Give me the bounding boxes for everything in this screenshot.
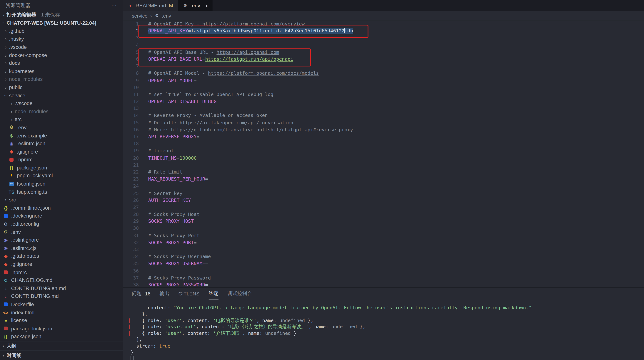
tree-file-Dockerfile[interactable]: Dockerfile (0, 301, 123, 308)
tree-file-package.json[interactable]: {}package.json (0, 333, 123, 341)
breadcrumb-folder[interactable]: service (132, 13, 148, 19)
tree-folder-.vscode[interactable]: ›.vscode (0, 99, 123, 107)
tree-file-.env[interactable]: ⚙.env (0, 228, 123, 236)
code-line-35[interactable]: 35SOCKS_PROXY_USERNAME= (123, 260, 644, 267)
code-line-27[interactable]: 27 (123, 204, 644, 211)
outline-section[interactable]: › 大纲 (0, 341, 123, 350)
open-editors-section[interactable]: › 打开的编辑器 1 未保存 (0, 11, 123, 19)
tree-folder-node_modules[interactable]: ›node_modules (0, 107, 123, 115)
tree-folder-docs[interactable]: ›docs (0, 59, 123, 67)
gear-icon: ⚙ (8, 125, 15, 130)
tree-folder-src[interactable]: ›src (0, 196, 123, 204)
code-line-31[interactable]: 31# Socks Proxy Port (123, 232, 644, 239)
code-line-24[interactable]: 24 (123, 183, 644, 190)
code-line-20[interactable]: 20TIMEOUT_MS=100000 (123, 154, 644, 161)
tree-file-CONTRIBUTING.md[interactable]: ↓CONTRIBUTING.md (0, 293, 123, 301)
tree-file-CHANGELOG.md[interactable]: ↻CHANGELOG.md (0, 276, 123, 284)
code-line-36[interactable]: 36 (123, 267, 644, 274)
code-line-15[interactable]: 15# Default: https://ai.fakeopen.com/api… (123, 119, 644, 126)
tree-folder-docker-compose[interactable]: ›docker-compose (0, 51, 123, 59)
tree-file-index.html[interactable]: <>index.html (0, 309, 123, 317)
tab-.env[interactable]: ⚙.env● (178, 0, 212, 11)
tree-file-tsconfig.json[interactable]: TStsconfig.json (0, 180, 123, 188)
code-line-33[interactable]: 33 (123, 246, 644, 253)
code-line-7[interactable]: 7 (123, 63, 644, 70)
tree-file-.editorconfig[interactable]: ⚙.editorconfig (0, 220, 123, 228)
tree-file-.npmrc[interactable]: .npmrc (0, 156, 123, 164)
editor[interactable]: 1# OpenAI API Key - https://platform.ope… (123, 20, 644, 287)
project-root-section[interactable]: › CHATGPT-WEB [WSL: UBUNTU-22.04] (0, 19, 123, 27)
code-line-3[interactable]: 3 (123, 34, 644, 42)
tree-file-license[interactable]: ≡license (0, 317, 123, 325)
tree-folder-.github[interactable]: ›.github (0, 27, 123, 35)
code-line-22[interactable]: 22# Rate Limit (123, 169, 644, 176)
tree-folder-.husky[interactable]: ›.husky (0, 35, 123, 43)
tab-README.md[interactable]: ●README.mdM (123, 0, 178, 11)
tree-file-.gitattributes[interactable]: ◆.gitattributes (0, 252, 123, 260)
code-line-37[interactable]: 37# Socks Proxy Password (123, 274, 644, 281)
code-line-4[interactable]: 4 (123, 42, 644, 49)
code-line-19[interactable]: 19# timeout (123, 147, 644, 154)
panel-tab-调试控制台[interactable]: 调试控制台 (228, 288, 252, 300)
code-line-10[interactable]: 10 (123, 84, 644, 91)
code-line-21[interactable]: 21 (123, 161, 644, 169)
panel-tab-终端[interactable]: 终端 (208, 288, 218, 300)
code-line-5[interactable]: 5# OpenAI API Base URL - https://api.ope… (123, 49, 644, 56)
file-label: src (15, 117, 22, 122)
tree-file-pnpm-lock.yaml[interactable]: !pnpm-lock.yaml (0, 172, 123, 180)
more-actions-icon[interactable]: ⋯ (111, 2, 117, 8)
code-line-17[interactable]: 17API_REVERSE_PROXY= (123, 133, 644, 140)
tree-file-.dockerignore[interactable]: .dockerignore (0, 212, 123, 220)
line-number: 4 (123, 42, 139, 49)
timeline-section[interactable]: › 时间线 (0, 350, 123, 360)
tree-folder-node_modules[interactable]: ›node_modules (0, 75, 123, 83)
panel-tab-GITLENS[interactable]: GITLENS (178, 288, 200, 300)
code-line-30[interactable]: 30 (123, 225, 644, 232)
code-line-12[interactable]: 12OPENAI_API_DISABLE_DEBUG= (123, 98, 644, 105)
tree-file-tsup.config.ts[interactable]: TStsup.config.ts (0, 188, 123, 196)
code-line-28[interactable]: 28# Socks Proxy Host (123, 211, 644, 218)
code-line-38[interactable]: 38SOCKS_PROXY_PASSWORD= (123, 281, 644, 287)
code-line-6[interactable]: 6OPENAI_API_BASE_URL=https://fastgpt.run… (123, 56, 644, 63)
code-line-14[interactable]: 14# Reverse Proxy - Available on accessT… (123, 112, 644, 119)
code-line-11[interactable]: 11# set `true` to disable OpenAI API deb… (123, 91, 644, 98)
tree-folder-public[interactable]: ›public (0, 83, 123, 91)
tree-file-.npmrc[interactable]: .npmrc (0, 268, 123, 276)
file-label: CHANGELOG.md (11, 278, 52, 283)
code-line-32[interactable]: 32SOCKS_PROXY_PORT= (123, 239, 644, 246)
code-line-34[interactable]: 34# Socks Proxy Username (123, 253, 644, 260)
code-line-9[interactable]: 9OPENAI_API_MODEL= (123, 77, 644, 84)
tree-file-CONTRIBUTING.en.md[interactable]: ↓CONTRIBUTING.en.md (0, 284, 123, 292)
tree-file-.commitlintrc.json[interactable]: {}.commitlintrc.json (0, 204, 123, 212)
tree-file-.gitignore[interactable]: ◆.gitignore (0, 148, 123, 156)
tree-file-.eslintrc.cjs[interactable]: ◉.eslintrc.cjs (0, 244, 123, 252)
tree-folder-src[interactable]: ›src (0, 115, 123, 123)
tree-file-.eslintignore[interactable]: ◉.eslintignore (0, 236, 123, 244)
code-line-23[interactable]: 23MAX_REQUEST_PER_HOUR= (123, 176, 644, 183)
breadcrumb-file[interactable]: .env (162, 13, 171, 19)
file-label: .eslintrc.cjs (11, 245, 36, 251)
code-line-13[interactable]: 13 (123, 105, 644, 112)
tree-folder-.vscode[interactable]: ›.vscode (0, 43, 123, 51)
code-line-8[interactable]: 8# OpenAI API Model - https://platform.o… (123, 70, 644, 77)
panel-tab-输出[interactable]: 输出 (160, 288, 169, 300)
tree-file-.eslintrc.json[interactable]: ◉.eslintrc.json (0, 140, 123, 148)
tree-folder-kubernetes[interactable]: ›kubernetes (0, 67, 123, 75)
panel-tab-问题[interactable]: 问题16 (132, 288, 150, 300)
breadcrumb-separator-icon: › (150, 13, 152, 19)
tree-file-.env.example[interactable]: $.env.example (0, 131, 123, 139)
code-line-16[interactable]: 16# More: https://github.com/transitive-… (123, 126, 644, 133)
terminal-output[interactable]: content: "You are ChatGPT, a large langu… (123, 300, 644, 360)
code-line-1[interactable]: 1# OpenAI API Key - https://platform.ope… (123, 20, 644, 27)
code-line-25[interactable]: 25# Secret key (123, 190, 644, 197)
code-line-26[interactable]: 26AUTH_SECRET_KEY= (123, 197, 644, 204)
code-line-18[interactable]: 18 (123, 140, 644, 147)
tree-file-package.json[interactable]: {}package.json (0, 164, 123, 172)
tree-file-.env[interactable]: ⚙.env (0, 124, 123, 131)
tree-file-.gitignore[interactable]: ◆.gitignore (0, 260, 123, 268)
code-line-29[interactable]: 29SOCKS_PROXY_HOST= (123, 218, 644, 225)
file-label: .gitignore (17, 149, 38, 155)
tree-file-package-lock.json[interactable]: package-lock.json (0, 325, 123, 333)
code-line-2[interactable]: 2OPENAI_API_KEY=fastgpt-y6b3axfbdd5wyp01… (123, 27, 644, 34)
tree-folder-service[interactable]: ›service (0, 91, 123, 99)
